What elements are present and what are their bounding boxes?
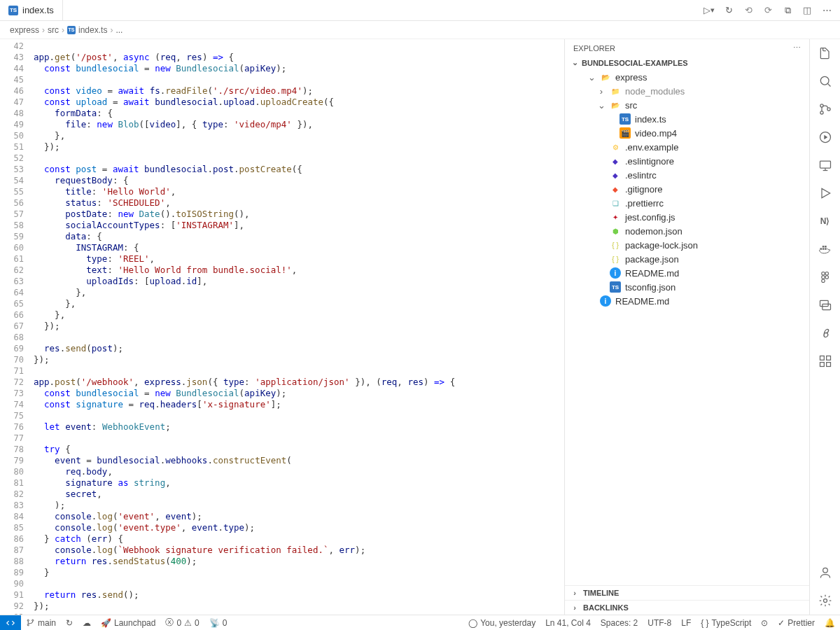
tab-label: index.ts <box>22 5 54 15</box>
chevron-right-icon: › <box>42 25 45 35</box>
explorer-title: EXPLORER <box>573 44 615 52</box>
svg-point-20 <box>825 276 829 279</box>
debug-restart-icon[interactable]: ↻ <box>722 4 735 17</box>
svg-point-16 <box>821 272 825 276</box>
copilot-icon[interactable]: ⊙ <box>756 615 773 630</box>
tab-index-ts[interactable]: TS index.ts <box>0 0 63 20</box>
nx-icon[interactable]: N⟩ <box>817 213 834 230</box>
svg-rect-13 <box>825 248 827 250</box>
tree-item-label: package-lock.json <box>625 240 698 251</box>
account-icon[interactable] <box>817 564 834 581</box>
tree-item-express[interactable]: ⌄📂express <box>565 70 809 84</box>
more-actions-icon[interactable]: ⋯ <box>820 4 833 17</box>
settings-icon[interactable] <box>817 592 834 609</box>
tree-item-label: video.mp4 <box>635 128 677 139</box>
backlinks-panel[interactable]: › BACKLINKS <box>565 600 809 615</box>
explorer-more-icon[interactable]: ⋯ <box>793 43 801 52</box>
tree-item-src[interactable]: ⌄📂src <box>565 98 809 112</box>
tree-item-tsconfig-json[interactable]: TStsconfig.json <box>565 280 809 294</box>
svg-point-0 <box>820 76 829 85</box>
breadcrumb-part[interactable]: index.ts <box>78 25 107 35</box>
chevron-down-icon: ⌄ <box>587 72 596 83</box>
tree-item--eslintrc[interactable]: ◆.eslintrc <box>565 168 809 182</box>
files-icon[interactable] <box>817 45 834 62</box>
chevron-right-icon: › <box>597 86 606 97</box>
editor[interactable]: 4243444546474849505152535455565758596061… <box>0 39 564 615</box>
run-dropdown-icon[interactable]: ▷▾ <box>703 4 715 17</box>
cycle-icon[interactable]: ϐ <box>817 325 834 342</box>
status-bar: main ↻ ☁ 🚀 Launchpad ⓧ0 ⚠0 📡0 ◯ You, yes… <box>0 615 840 630</box>
search-icon[interactable] <box>817 73 834 90</box>
cursor-position[interactable]: Ln 41, Col 4 <box>540 615 596 630</box>
docker-icon[interactable] <box>817 241 834 258</box>
svg-rect-21 <box>820 300 828 306</box>
chevron-right-icon: › <box>570 603 579 612</box>
nav-back-icon[interactable]: ⟲ <box>742 4 755 17</box>
svg-point-2 <box>820 104 822 107</box>
cloud-upload-icon[interactable]: ☁ <box>78 615 96 630</box>
tree-item--gitignore[interactable]: ◆.gitignore <box>565 182 809 196</box>
problems[interactable]: ⓧ0 ⚠0 <box>160 615 204 630</box>
tab-actions: ▷▾ ↻ ⟲ ⟳ ⧉ ◫ ⋯ <box>696 0 840 20</box>
prettier-status[interactable]: ✓ Prettier <box>773 615 820 630</box>
indentation[interactable]: Spaces: 2 <box>596 615 643 630</box>
tree-item-package-json[interactable]: { }package.json <box>565 252 809 266</box>
tree-item-jest-config-js[interactable]: ✦jest.config.js <box>565 210 809 224</box>
extensions-icon[interactable] <box>817 353 834 370</box>
tree-item-label: .gitignore <box>625 184 662 195</box>
comments-icon[interactable] <box>817 297 834 314</box>
git-branch[interactable]: main <box>21 615 61 630</box>
figma-icon[interactable] <box>817 269 834 286</box>
tree-item-node-modules[interactable]: ›📁node_modules <box>565 84 809 98</box>
branch-name: main <box>38 618 56 628</box>
svg-line-1 <box>827 83 830 86</box>
svg-point-17 <box>821 276 825 279</box>
launchpad[interactable]: 🚀 Launchpad <box>96 615 160 630</box>
workspace-label: BUNDLESOCIAL-EXAMPLES <box>582 59 688 67</box>
ports[interactable]: 📡0 <box>204 615 232 630</box>
split-editor-icon[interactable]: ◫ <box>801 4 813 17</box>
nav-forward-icon[interactable]: ⟳ <box>762 4 774 17</box>
source-control-icon[interactable] <box>817 101 834 118</box>
person-icon: ◯ <box>468 618 477 628</box>
panel-label: TIMELINE <box>583 589 619 597</box>
launchpad-label: Launchpad <box>114 618 155 628</box>
sync-icon[interactable]: ↻ <box>61 615 78 630</box>
tree-item--eslintignore[interactable]: ◆.eslintignore <box>565 154 809 168</box>
breadcrumb-part[interactable]: src <box>48 25 59 35</box>
rocket-icon: 🚀 <box>101 618 111 628</box>
tree-item-package-lock-json[interactable]: { }package-lock.json <box>565 238 809 252</box>
run-icon[interactable] <box>817 185 834 202</box>
radio-icon: 📡 <box>209 618 220 628</box>
svg-rect-26 <box>826 363 830 367</box>
notifications-icon[interactable]: 🔔 <box>820 615 840 630</box>
tree-item-nodemon-json[interactable]: ⬢nodemon.json <box>565 224 809 238</box>
eol[interactable]: LF <box>676 615 696 630</box>
tree-item-label: node_modules <box>625 86 685 97</box>
tree-item-index-ts[interactable]: TSindex.ts <box>565 112 809 126</box>
git-blame[interactable]: ◯ You, yesterday <box>463 615 540 630</box>
tree-item-readme-md[interactable]: iREADME.md <box>565 294 809 308</box>
remote-indicator[interactable] <box>0 615 21 630</box>
breadcrumb-part[interactable]: ... <box>115 25 122 35</box>
code-area[interactable]: app.get('/post', async (req, res) => { c… <box>34 39 564 615</box>
remote-explorer-icon[interactable] <box>817 157 834 174</box>
svg-rect-12 <box>822 248 824 250</box>
breadcrumb[interactable]: express › src › TS index.ts › ... <box>0 21 840 39</box>
chevron-down-icon: ⌄ <box>597 100 606 111</box>
tree-item-label: .eslintignore <box>625 156 674 167</box>
breadcrumb-part[interactable]: express <box>10 25 39 35</box>
workspace-title[interactable]: ⌄ BUNDLESOCIAL-EXAMPLES <box>565 57 809 69</box>
diff-icon[interactable]: ⧉ <box>781 4 794 17</box>
chevron-right-icon: › <box>110 25 113 35</box>
svg-rect-14 <box>822 246 824 248</box>
language-mode[interactable]: { } TypeScript <box>696 615 756 630</box>
tree-item-readme-md[interactable]: iREADME.md <box>565 266 809 280</box>
debug-icon[interactable] <box>817 129 834 146</box>
encoding[interactable]: UTF-8 <box>643 615 676 630</box>
explorer-header: EXPLORER ⋯ <box>565 39 809 57</box>
tree-item--env-example[interactable]: ⚙.env.example <box>565 140 809 154</box>
tree-item-video-mp4[interactable]: 🎬video.mp4 <box>565 126 809 140</box>
timeline-panel[interactable]: › TIMELINE <box>565 585 809 600</box>
tree-item--prettierrc[interactable]: ❏.prettierrc <box>565 196 809 210</box>
